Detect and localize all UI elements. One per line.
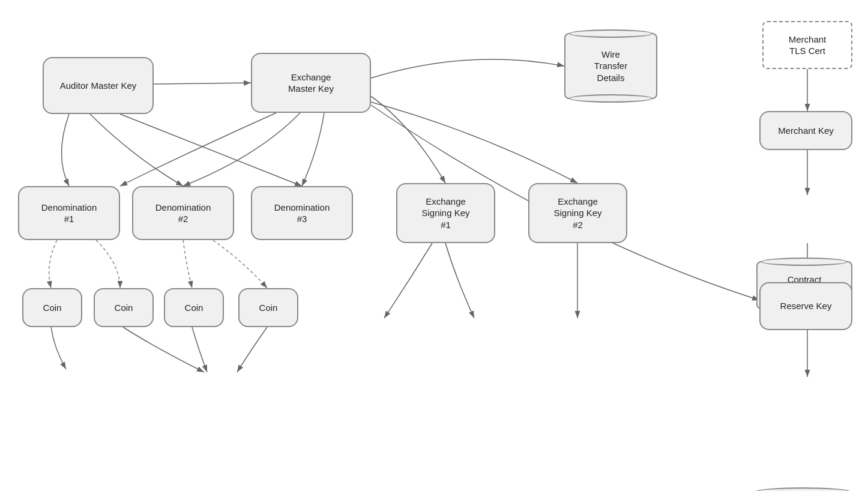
- denomination-2-label: Denomination#2: [155, 202, 211, 225]
- wire-transfer-details-node: WireTransferDetails: [564, 33, 657, 99]
- denomination-3-node: Denomination#3: [251, 186, 353, 240]
- wire-transfer-details-label: WireTransferDetails: [594, 49, 627, 84]
- exchange-signing-key-1-node: ExchangeSigning Key#1: [396, 183, 495, 243]
- coin-1-label: Coin: [43, 302, 62, 314]
- diagram-container: Auditor Master Key ExchangeMaster Key Wi…: [0, 0, 868, 491]
- coin-3-label: Coin: [185, 302, 203, 314]
- denomination-1-node: Denomination#1: [18, 186, 120, 240]
- denomination-2-node: Denomination#2: [132, 186, 234, 240]
- coin-4-label: Coin: [259, 302, 278, 314]
- reserve-key-node: Reserve Key: [759, 282, 852, 330]
- merchant-key-label: Merchant Key: [778, 125, 834, 137]
- coin-2-node: Coin: [94, 288, 154, 327]
- merchant-key-node: Merchant Key: [759, 111, 852, 150]
- coin-3-node: Coin: [164, 288, 224, 327]
- coin-2-label: Coin: [115, 302, 133, 314]
- exchange-signing-key-1-label: ExchangeSigning Key#1: [421, 196, 469, 231]
- merchant-tls-cert-node: MerchantTLS Cert: [762, 21, 852, 69]
- merchant-tls-cert-label: MerchantTLS Cert: [789, 34, 827, 57]
- auditor-master-key-label: Auditor Master Key: [60, 80, 137, 92]
- denomination-3-label: Denomination#3: [274, 202, 330, 225]
- exchange-signing-key-2-label: ExchangeSigning Key#2: [553, 196, 601, 231]
- coin-4-node: Coin: [238, 288, 298, 327]
- exchange-master-key-label: ExchangeMaster Key: [288, 71, 334, 95]
- reserve-key-label: Reserve Key: [780, 300, 832, 312]
- denomination-1-label: Denomination#1: [41, 202, 97, 225]
- auditor-master-key-node: Auditor Master Key: [43, 57, 154, 114]
- coin-1-node: Coin: [22, 288, 82, 327]
- exchange-signing-key-2-node: ExchangeSigning Key#2: [528, 183, 627, 243]
- exchange-master-key-node: ExchangeMaster Key: [251, 53, 371, 113]
